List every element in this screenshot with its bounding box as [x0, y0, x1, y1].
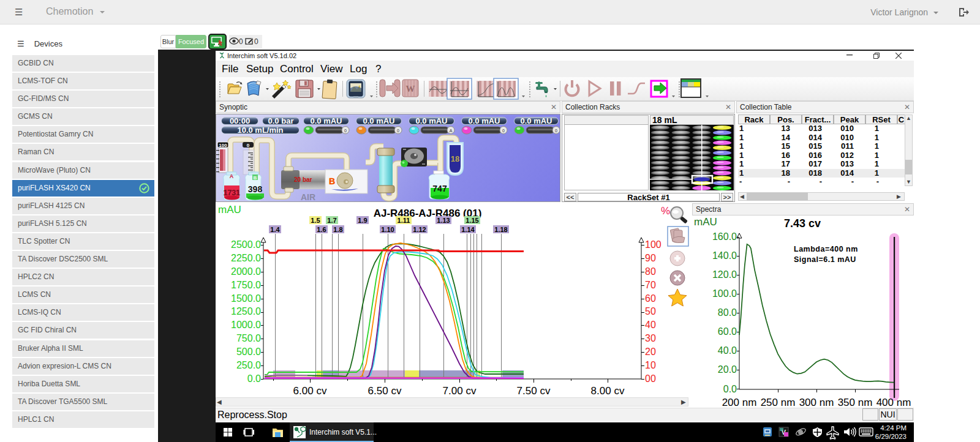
- svg-text:40.0: 40.0: [718, 345, 737, 356]
- svg-text:AIR: AIR: [301, 192, 315, 201]
- svg-text:10: 10: [645, 360, 656, 370]
- svg-text:140.0: 140.0: [712, 250, 737, 261]
- svg-text:6.00 cv: 6.00 cv: [293, 385, 327, 397]
- svg-text:0: 0: [397, 129, 399, 133]
- svg-text:400 nm: 400 nm: [876, 397, 911, 408]
- svg-text:4:24 PM: 4:24 PM: [880, 424, 907, 432]
- svg-text:7.43 cv: 7.43 cv: [784, 217, 821, 230]
- svg-text:20: 20: [645, 346, 656, 357]
- svg-text:1.11: 1.11: [398, 217, 410, 224]
- svg-text:2250.0: 2250.0: [231, 253, 261, 263]
- svg-text:50: 50: [645, 306, 656, 317]
- svg-text:80: 80: [645, 266, 656, 277]
- svg-text:80.0: 80.0: [718, 307, 737, 318]
- svg-text:1.12: 1.12: [413, 226, 426, 233]
- svg-text:100: 100: [219, 143, 227, 148]
- svg-text:30: 30: [645, 333, 656, 343]
- svg-text:250 nm: 250 nm: [761, 397, 796, 408]
- svg-text:1.5: 1.5: [311, 217, 320, 224]
- svg-text:00: 00: [645, 373, 656, 384]
- svg-text:1.18: 1.18: [494, 226, 507, 233]
- svg-text:20.0: 20.0: [718, 364, 737, 375]
- svg-text:160.0: 160.0: [712, 231, 737, 242]
- svg-text:100.0: 100.0: [712, 288, 737, 299]
- svg-text:Signal=6.1 mAU: Signal=6.1 mAU: [794, 255, 856, 264]
- svg-text:200 nm: 200 nm: [722, 397, 757, 408]
- svg-text:1.9: 1.9: [358, 217, 367, 224]
- svg-text:6/29/2023: 6/29/2023: [875, 433, 907, 440]
- svg-text:7.50 cv: 7.50 cv: [517, 385, 551, 397]
- svg-text:8.00 cv: 8.00 cv: [591, 385, 625, 397]
- svg-text:70: 70: [645, 280, 656, 290]
- svg-text:1750.0: 1750.0: [231, 280, 261, 290]
- svg-text:60: 60: [645, 293, 656, 304]
- svg-text:1.6: 1.6: [317, 226, 326, 233]
- svg-text:0: 0: [344, 129, 347, 133]
- svg-text:6.50 cv: 6.50 cv: [368, 385, 402, 397]
- svg-text:1.10: 1.10: [381, 226, 394, 233]
- svg-text:Lambda=400 nm: Lambda=400 nm: [794, 245, 858, 253]
- svg-text:350 nm: 350 nm: [838, 397, 873, 408]
- svg-text:0: 0: [555, 129, 557, 133]
- svg-text:A: A: [230, 173, 234, 179]
- svg-text:100: 100: [645, 239, 662, 250]
- svg-text:B: B: [254, 175, 257, 181]
- svg-text:300 nm: 300 nm: [799, 397, 834, 408]
- svg-text:20 bar: 20 bar: [294, 176, 312, 183]
- svg-text:0: 0: [247, 143, 250, 148]
- svg-text:2000.0: 2000.0: [231, 266, 261, 277]
- svg-text:1731: 1731: [224, 188, 240, 197]
- svg-text:120.0: 120.0: [712, 269, 737, 280]
- svg-text:250.0: 250.0: [236, 360, 261, 370]
- svg-text:1.7: 1.7: [327, 217, 336, 224]
- svg-text:1500.0: 1500.0: [231, 293, 261, 304]
- svg-text:0.0: 0.0: [247, 373, 261, 384]
- svg-text:0.0: 0.0: [723, 384, 737, 394]
- svg-text:mAU: mAU: [694, 216, 717, 228]
- svg-text:A: A: [450, 129, 453, 133]
- svg-text:Interchim soft V5.1...: Interchim soft V5.1...: [309, 428, 377, 436]
- svg-text:1.15: 1.15: [466, 217, 478, 224]
- svg-text:60.0: 60.0: [718, 326, 737, 337]
- svg-text:40: 40: [645, 320, 656, 330]
- svg-text:1.4: 1.4: [270, 226, 280, 233]
- svg-text:18: 18: [451, 154, 459, 163]
- svg-text:1.8: 1.8: [333, 226, 342, 233]
- svg-text:398: 398: [248, 184, 263, 194]
- svg-text:B: B: [329, 176, 335, 186]
- svg-text:W: W: [406, 84, 415, 94]
- svg-text:500.0: 500.0: [236, 346, 261, 357]
- svg-text:1250.0: 1250.0: [231, 306, 261, 317]
- svg-text:747: 747: [432, 184, 447, 193]
- svg-text:750.0: 750.0: [236, 333, 261, 343]
- svg-text:1.14: 1.14: [461, 226, 475, 233]
- svg-text:1000.0: 1000.0: [231, 320, 261, 330]
- svg-text:2500.0: 2500.0: [231, 239, 261, 250]
- svg-text:90: 90: [645, 253, 656, 263]
- svg-text:1.13: 1.13: [437, 217, 450, 224]
- svg-text:mAU: mAU: [218, 204, 241, 215]
- svg-text:7.00 cv: 7.00 cv: [443, 385, 477, 397]
- svg-text:0: 0: [502, 129, 505, 133]
